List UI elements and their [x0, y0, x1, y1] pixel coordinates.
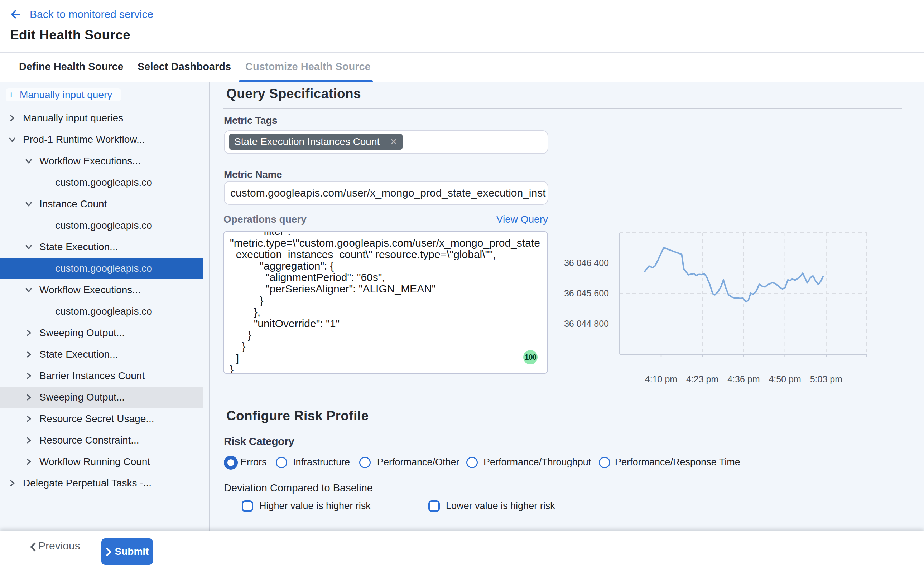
svg-text:36 044 800: 36 044 800 — [564, 319, 609, 328]
svg-text:4:23 pm: 4:23 pm — [686, 374, 718, 384]
svg-text:36 046 400: 36 046 400 — [564, 258, 609, 268]
svg-text:4:50 pm: 4:50 pm — [769, 374, 801, 384]
svg-text:4:36 pm: 4:36 pm — [727, 374, 760, 384]
svg-text:5:03 pm: 5:03 pm — [810, 374, 842, 384]
svg-text:36 045 600: 36 045 600 — [564, 288, 609, 298]
svg-text:4:10 pm: 4:10 pm — [645, 374, 677, 384]
